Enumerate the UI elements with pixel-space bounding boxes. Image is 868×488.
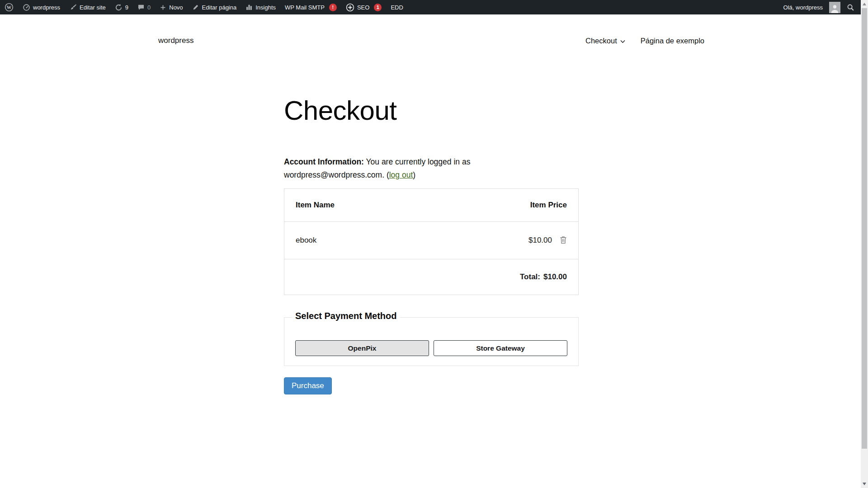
adminbar-seo-label: SEO (357, 4, 369, 11)
cart-row-ebook: ebook $10.00 (284, 222, 578, 259)
cart-table: Item Name Item Price ebook $10.00 (284, 188, 579, 295)
adminbar-comments[interactable]: 0 (133, 0, 155, 14)
adminbar-updates-count: 9 (125, 4, 128, 11)
adminbar-seo[interactable]: SEO 1 (341, 0, 386, 14)
search-icon (847, 4, 854, 11)
gateway-openpix-button[interactable]: OpenPix (295, 340, 429, 356)
bar-chart-icon (245, 4, 253, 11)
avatar (829, 2, 840, 13)
wp-mail-smtp-alert-badge: ! (329, 4, 337, 11)
account-info-line1: You are currently logged in as (366, 157, 470, 166)
remove-item-button[interactable] (560, 236, 567, 245)
pencil-icon (192, 4, 199, 11)
adminbar-new-content-label: Novo (169, 4, 183, 11)
admin-bar-right: Olá, wordpress (779, 0, 861, 14)
wordpress-logo-icon: W (5, 3, 14, 12)
cart-table-header: Item Name Item Price (284, 189, 578, 222)
payment-method-fieldset: Select Payment Method OpenPix Store Gate… (284, 317, 579, 366)
purchase-button[interactable]: Purchase (284, 377, 332, 394)
chevron-down-icon (620, 40, 625, 43)
nav-item-sample-page[interactable]: Página de exemplo (641, 37, 704, 45)
adminbar-edit-site[interactable]: Editar site (65, 0, 110, 14)
adminbar-comments-count: 0 (147, 4, 151, 11)
adminbar-my-account[interactable]: Olá, wordpress (779, 0, 845, 14)
adminbar-edit-page-label: Editar página (202, 4, 237, 11)
svg-text:W: W (7, 5, 12, 10)
adminbar-new-content[interactable]: Novo (155, 0, 187, 14)
gateway-selector: OpenPix Store Gateway (295, 340, 567, 356)
adminbar-insights[interactable]: Insights (241, 0, 280, 14)
scrollbar-thumb[interactable] (862, 8, 867, 449)
scrollbar-up-arrow-icon[interactable] (863, 3, 866, 5)
adminbar-updates[interactable]: 9 (110, 0, 133, 14)
scrollbar-down-arrow-icon[interactable] (863, 483, 866, 485)
adminbar-edit-site-label: Editar site (80, 4, 106, 11)
adminbar-edd-label: EDD (391, 4, 403, 11)
adminbar-edit-page[interactable]: Editar página (188, 0, 241, 14)
adminbar-wp-mail-smtp[interactable]: WP Mail SMTP ! (280, 0, 341, 14)
gateway-store-gateway-button[interactable]: Store Gateway (434, 340, 567, 356)
adminbar-edd[interactable]: EDD (386, 0, 407, 14)
admin-bar-left: W wordpress Editar site (0, 0, 408, 14)
logout-link[interactable]: log out (389, 170, 413, 179)
comment-icon (137, 4, 145, 11)
page-title: Checkout (284, 95, 396, 126)
col-item-price: Item Price (530, 201, 567, 210)
cart-total-row: Total: $10.00 (284, 259, 578, 295)
cart-total: Total: $10.00 (520, 272, 567, 282)
cart-total-label: Total: (520, 272, 540, 282)
gauge-icon (23, 4, 30, 11)
nav-sample-page-label: Página de exemplo (641, 37, 704, 45)
cart-item-price-cell: $10.00 (528, 236, 567, 245)
trash-icon (560, 236, 567, 245)
adminbar-wp-mail-smtp-label: WP Mail SMTP (285, 4, 325, 11)
adminbar-site-name[interactable]: wordpress (18, 0, 65, 14)
nav-item-checkout[interactable]: Checkout (585, 37, 625, 45)
seo-count-badge: 1 (374, 4, 382, 11)
account-email: wordpress@wordpress.com. (284, 170, 384, 179)
adminbar-site-name-label: wordpress (33, 4, 60, 11)
seo-gear-icon (346, 3, 354, 12)
site-title-link[interactable]: wordpress (158, 36, 193, 45)
wp-admin-bar: W wordpress Editar site (0, 0, 861, 14)
col-item-name: Item Name (296, 201, 335, 210)
logout-paren-close: ) (413, 170, 415, 179)
account-info-line2: wordpress@wordpress.com. (log out) (284, 169, 579, 182)
nav-checkout-label: Checkout (585, 37, 617, 45)
cart-item-name: ebook (296, 236, 316, 245)
howdy-text: Olá, wordpress (783, 4, 823, 11)
update-icon (115, 4, 123, 11)
cart-total-value: $10.00 (543, 272, 567, 282)
account-info-label: Account Information: (284, 157, 364, 166)
cart-item-price: $10.00 (528, 236, 552, 245)
payment-method-legend: Select Payment Method (292, 311, 400, 321)
adminbar-search[interactable] (845, 0, 856, 14)
site-nav: Checkout Página de exemplo (585, 37, 704, 45)
window-scrollbar[interactable] (861, 0, 868, 488)
account-information: Account Information: You are currently l… (284, 155, 579, 182)
brush-icon (69, 4, 77, 11)
adminbar-insights-label: Insights (255, 4, 276, 11)
adminbar-wp-logo[interactable]: W (0, 0, 18, 14)
plus-icon (160, 4, 166, 11)
site-header: wordpress Checkout Página de exemplo (158, 36, 704, 45)
